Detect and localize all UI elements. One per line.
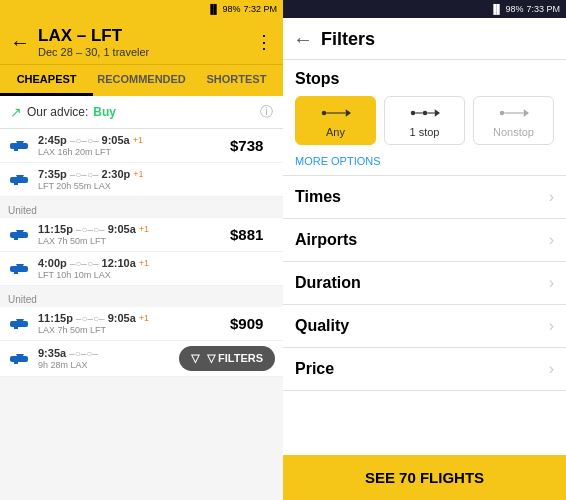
svg-rect-11 [14, 272, 18, 274]
tabs-row: CHEAPEST RECOMMENDED SHORTEST [0, 64, 283, 96]
flight-row-outbound-3[interactable]: 11:15p –○–○– 9:05a +1 LAX 7h 50m LFT $90… [0, 307, 283, 341]
svg-point-18 [321, 111, 326, 116]
filter-icon: ▽ [191, 352, 199, 365]
svg-point-23 [422, 111, 427, 116]
right-header: ← Filters [283, 18, 566, 60]
airline-icon-2b [8, 260, 32, 278]
tab-shortest[interactable]: SHORTEST [190, 65, 283, 96]
route-title: LAX – LFT [38, 26, 149, 46]
flight-row-inbound-1[interactable]: 7:35p –○–○– 2:30p +1 LFT 20h 55m LAX [0, 163, 283, 197]
flight-detail-2a: 11:15p –○–○– 9:05a +1 LAX 7h 50m LFT [38, 223, 230, 246]
flight-detail-3b: 9:35a –○–○– 9h 28m LAX [38, 347, 179, 370]
left-panel: ▐▌ 98% 7:32 PM ← LAX – LFT Dec 28 – 30, … [0, 0, 283, 500]
trending-up-icon: ↗ [10, 104, 22, 120]
svg-point-21 [410, 111, 415, 116]
chevron-right-airports-icon: › [549, 231, 554, 249]
airline-icon-1 [8, 137, 32, 155]
flight-row-outbound-2[interactable]: 11:15p –○–○– 9:05a +1 LAX 7h 50m LFT $88… [0, 218, 283, 252]
svg-rect-8 [14, 238, 18, 240]
stop-option-1stop[interactable]: 1 stop [384, 96, 465, 145]
left-header: ← LAX – LFT Dec 28 – 30, 1 traveler ⋮ [0, 18, 283, 64]
advice-bar: ↗ Our advice: Buy ⓘ [0, 96, 283, 129]
status-bar-right: ▐▌ 98% 7:33 PM [283, 0, 566, 18]
filter-row-times[interactable]: Times › [283, 176, 566, 219]
flight-group-1: 2:45p –○–○– 9:05a +1 LAX 16h 20m LFT $73… [0, 129, 283, 197]
flight-list: 2:45p –○–○– 9:05a +1 LAX 16h 20m LFT $73… [0, 129, 283, 500]
time-right: 7:33 PM [526, 4, 560, 14]
filter-row-duration[interactable]: Duration › [283, 262, 566, 305]
flight-row-outbound-1[interactable]: 2:45p –○–○– 9:05a +1 LAX 16h 20m LFT $73… [0, 129, 283, 163]
stop-option-nonstop[interactable]: Nonstop [473, 96, 554, 145]
filters-button[interactable]: ▽ ▽ FILTERS [179, 346, 275, 371]
stops-options: Any 1 stop [295, 96, 554, 145]
more-options-link[interactable]: MORE OPTIONS [295, 155, 381, 167]
status-bar-left: ▐▌ 98% 7:32 PM [0, 0, 283, 18]
signal-icon: ▐▌ 98% [207, 4, 240, 14]
stops-section: Stops Any [283, 60, 566, 176]
back-button-right[interactable]: ← [293, 28, 313, 51]
stop-option-any[interactable]: Any [295, 96, 376, 145]
airline-icon-3b [8, 350, 32, 368]
flight-detail-1a: 2:45p –○–○– 9:05a +1 LAX 16h 20m LFT [38, 134, 230, 157]
svg-marker-20 [345, 109, 350, 117]
route-subtitle: Dec 28 – 30, 1 traveler [38, 46, 149, 58]
chevron-right-quality-icon: › [549, 317, 554, 335]
flight-row-inbound-2[interactable]: 4:00p –○–○– 12:10a +1 LFT 10h 10m LAX [0, 252, 283, 286]
time-left: 7:32 PM [243, 4, 277, 14]
stops-title: Stops [295, 70, 554, 88]
right-panel: ▐▌ 98% 7:33 PM ← Filters Stops Any [283, 0, 566, 500]
info-icon[interactable]: ⓘ [260, 103, 273, 121]
see-flights-button[interactable]: SEE 70 FLIGHTS [283, 455, 566, 500]
svg-rect-5 [14, 183, 18, 185]
airline-label-3: United [0, 290, 283, 307]
price-3: $909 [230, 315, 275, 332]
filter-list: Stops Any [283, 60, 566, 455]
svg-rect-2 [14, 149, 18, 151]
svg-rect-14 [14, 327, 18, 329]
flight-detail-1b: 7:35p –○–○– 2:30p +1 LFT 20h 55m LAX [38, 168, 275, 191]
chevron-right-price-icon: › [549, 360, 554, 378]
svg-marker-25 [434, 109, 439, 117]
more-options-button[interactable]: ⋮ [255, 31, 273, 53]
airline-icon-2a [8, 226, 32, 244]
flight-detail-3a: 11:15p –○–○– 9:05a +1 LAX 7h 50m LFT [38, 312, 230, 335]
filter-row-quality[interactable]: Quality › [283, 305, 566, 348]
signal-icon-right: ▐▌ 98% [490, 4, 523, 14]
advice-text: ↗ Our advice: Buy [10, 104, 116, 120]
filters-title: Filters [321, 29, 375, 50]
svg-point-26 [499, 111, 504, 116]
flight-row-inbound-3[interactable]: 9:35a –○–○– 9h 28m LAX ▽ ▽ FILTERS [0, 341, 283, 377]
flight-group-3: 11:15p –○–○– 9:05a +1 LAX 7h 50m LFT $90… [0, 307, 283, 377]
filter-row-airports[interactable]: Airports › [283, 219, 566, 262]
airline-label-2: United [0, 201, 283, 218]
back-button-left[interactable]: ← [10, 31, 30, 54]
tab-cheapest[interactable]: CHEAPEST [0, 65, 93, 96]
airline-icon-3a [8, 315, 32, 333]
chevron-right-duration-icon: › [549, 274, 554, 292]
flight-group-2: 11:15p –○–○– 9:05a +1 LAX 7h 50m LFT $88… [0, 218, 283, 286]
filter-row-price[interactable]: Price › [283, 348, 566, 391]
chevron-right-times-icon: › [549, 188, 554, 206]
header-title-block: LAX – LFT Dec 28 – 30, 1 traveler [38, 26, 149, 58]
airline-icon-1b [8, 171, 32, 189]
svg-marker-28 [523, 109, 528, 117]
flight-detail-2b: 4:00p –○–○– 12:10a +1 LFT 10h 10m LAX [38, 257, 275, 280]
price-1: $738 [230, 137, 275, 154]
price-2: $881 [230, 226, 275, 243]
tab-recommended[interactable]: RECOMMENDED [93, 65, 190, 96]
svg-rect-17 [14, 362, 18, 364]
